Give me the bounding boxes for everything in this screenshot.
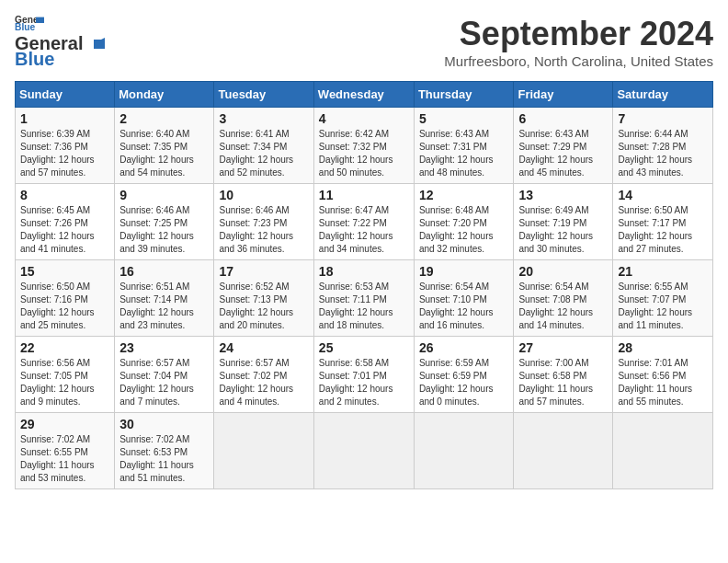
day-info: Sunrise: 7:01 AM Sunset: 6:56 PM Dayligh…: [618, 357, 708, 408]
day-info: Sunrise: 7:00 AM Sunset: 6:58 PM Dayligh…: [518, 357, 608, 408]
day-cell: 1Sunrise: 6:39 AM Sunset: 7:36 PM Daylig…: [16, 108, 115, 184]
day-info: Sunrise: 6:55 AM Sunset: 7:07 PM Dayligh…: [618, 281, 708, 332]
day-info: Sunrise: 6:59 AM Sunset: 6:59 PM Dayligh…: [419, 357, 509, 408]
day-cell: 20Sunrise: 6:54 AM Sunset: 7:08 PM Dayli…: [514, 260, 613, 337]
day-cell: 8Sunrise: 6:45 AM Sunset: 7:26 PM Daylig…: [16, 184, 115, 260]
col-header-thursday: Thursday: [414, 82, 514, 108]
col-header-wednesday: Wednesday: [313, 82, 414, 108]
day-number: 22: [20, 340, 109, 355]
day-info: Sunrise: 6:57 AM Sunset: 7:04 PM Dayligh…: [119, 357, 209, 408]
month-title: September 2024: [444, 15, 713, 53]
day-cell: 27Sunrise: 7:00 AM Sunset: 6:58 PM Dayli…: [514, 337, 613, 413]
day-number: 29: [20, 417, 109, 431]
day-number: 5: [419, 111, 509, 126]
day-info: Sunrise: 6:58 AM Sunset: 7:01 PM Dayligh…: [319, 357, 409, 408]
day-info: Sunrise: 6:40 AM Sunset: 7:35 PM Dayligh…: [119, 128, 209, 179]
day-cell: 9Sunrise: 6:46 AM Sunset: 7:25 PM Daylig…: [115, 184, 214, 260]
day-cell: 10Sunrise: 6:46 AM Sunset: 7:23 PM Dayli…: [214, 184, 313, 260]
day-cell: 25Sunrise: 6:58 AM Sunset: 7:01 PM Dayli…: [313, 337, 414, 413]
week-row-4: 22Sunrise: 6:56 AM Sunset: 7:05 PM Dayli…: [16, 337, 713, 413]
day-cell: 7Sunrise: 6:44 AM Sunset: 7:28 PM Daylig…: [613, 108, 713, 184]
day-info: Sunrise: 6:45 AM Sunset: 7:26 PM Dayligh…: [20, 204, 109, 256]
day-number: 26: [419, 340, 509, 355]
day-cell: 28Sunrise: 7:01 AM Sunset: 6:56 PM Dayli…: [613, 337, 713, 413]
day-number: 14: [618, 188, 708, 202]
day-cell: [313, 413, 414, 489]
week-row-1: 1Sunrise: 6:39 AM Sunset: 7:36 PM Daylig…: [16, 108, 713, 184]
day-cell: 12Sunrise: 6:48 AM Sunset: 7:20 PM Dayli…: [414, 184, 514, 260]
logo-blue: Blue: [15, 49, 54, 70]
calendar-body: 1Sunrise: 6:39 AM Sunset: 7:36 PM Daylig…: [16, 108, 713, 489]
day-number: 6: [518, 111, 608, 126]
day-cell: [613, 413, 713, 489]
svg-marker-1: [36, 17, 44, 23]
day-info: Sunrise: 6:46 AM Sunset: 7:25 PM Dayligh…: [119, 204, 209, 256]
day-number: 18: [319, 264, 409, 279]
day-info: Sunrise: 6:47 AM Sunset: 7:22 PM Dayligh…: [319, 204, 409, 256]
day-info: Sunrise: 6:51 AM Sunset: 7:14 PM Dayligh…: [119, 281, 209, 332]
svg-text:Blue: Blue: [15, 22, 35, 31]
calendar-table: SundayMondayTuesdayWednesdayThursdayFrid…: [15, 81, 713, 489]
day-number: 30: [119, 417, 209, 431]
day-cell: 3Sunrise: 6:41 AM Sunset: 7:34 PM Daylig…: [214, 108, 313, 184]
col-header-saturday: Saturday: [613, 82, 713, 108]
day-info: Sunrise: 6:42 AM Sunset: 7:32 PM Dayligh…: [319, 128, 409, 179]
day-cell: [214, 413, 313, 489]
day-cell: 26Sunrise: 6:59 AM Sunset: 6:59 PM Dayli…: [414, 337, 514, 413]
day-info: Sunrise: 6:50 AM Sunset: 7:16 PM Dayligh…: [20, 281, 109, 332]
day-cell: 19Sunrise: 6:54 AM Sunset: 7:10 PM Dayli…: [414, 260, 514, 337]
day-info: Sunrise: 6:39 AM Sunset: 7:36 PM Dayligh…: [20, 128, 109, 179]
day-cell: [414, 413, 514, 489]
day-number: 4: [319, 111, 409, 126]
day-number: 13: [518, 188, 608, 202]
day-cell: 15Sunrise: 6:50 AM Sunset: 7:16 PM Dayli…: [16, 260, 115, 337]
day-info: Sunrise: 6:53 AM Sunset: 7:11 PM Dayligh…: [319, 281, 409, 332]
day-cell: 4Sunrise: 6:42 AM Sunset: 7:32 PM Daylig…: [313, 108, 414, 184]
header: General Blue General Blue September 2024…: [15, 15, 713, 70]
day-number: 7: [618, 111, 708, 126]
day-info: Sunrise: 6:57 AM Sunset: 7:02 PM Dayligh…: [219, 357, 308, 408]
day-info: Sunrise: 7:02 AM Sunset: 6:53 PM Dayligh…: [119, 433, 209, 485]
day-cell: 23Sunrise: 6:57 AM Sunset: 7:04 PM Dayli…: [115, 337, 214, 413]
day-number: 15: [20, 264, 109, 279]
col-header-friday: Friday: [514, 82, 613, 108]
week-row-2: 8Sunrise: 6:45 AM Sunset: 7:26 PM Daylig…: [16, 184, 713, 260]
day-number: 2: [119, 111, 209, 126]
day-info: Sunrise: 6:41 AM Sunset: 7:34 PM Dayligh…: [219, 128, 308, 179]
day-number: 3: [219, 111, 308, 126]
day-cell: 21Sunrise: 6:55 AM Sunset: 7:07 PM Dayli…: [613, 260, 713, 337]
title-area: September 2024 Murfreesboro, North Carol…: [444, 15, 713, 69]
day-number: 28: [618, 340, 708, 355]
day-number: 8: [20, 188, 109, 202]
location: Murfreesboro, North Carolina, United Sta…: [444, 53, 713, 69]
day-cell: 2Sunrise: 6:40 AM Sunset: 7:35 PM Daylig…: [115, 108, 214, 184]
week-row-5: 29Sunrise: 7:02 AM Sunset: 6:55 PM Dayli…: [16, 413, 713, 489]
day-cell: 22Sunrise: 6:56 AM Sunset: 7:05 PM Dayli…: [16, 337, 115, 413]
day-info: Sunrise: 6:56 AM Sunset: 7:05 PM Dayligh…: [20, 357, 109, 408]
day-cell: 5Sunrise: 6:43 AM Sunset: 7:31 PM Daylig…: [414, 108, 514, 184]
day-cell: 11Sunrise: 6:47 AM Sunset: 7:22 PM Dayli…: [313, 184, 414, 260]
day-cell: 18Sunrise: 6:53 AM Sunset: 7:11 PM Dayli…: [313, 260, 414, 337]
day-info: Sunrise: 6:43 AM Sunset: 7:29 PM Dayligh…: [518, 128, 608, 179]
day-info: Sunrise: 6:52 AM Sunset: 7:13 PM Dayligh…: [219, 281, 308, 332]
day-cell: 16Sunrise: 6:51 AM Sunset: 7:14 PM Dayli…: [115, 260, 214, 337]
day-info: Sunrise: 6:43 AM Sunset: 7:31 PM Dayligh…: [419, 128, 509, 179]
day-number: 25: [319, 340, 409, 355]
day-number: 17: [219, 264, 308, 279]
day-cell: 30Sunrise: 7:02 AM Sunset: 6:53 PM Dayli…: [115, 413, 214, 489]
day-number: 11: [319, 188, 409, 202]
day-number: 21: [618, 264, 708, 279]
day-cell: 17Sunrise: 6:52 AM Sunset: 7:13 PM Dayli…: [214, 260, 313, 337]
day-info: Sunrise: 6:50 AM Sunset: 7:17 PM Dayligh…: [618, 204, 708, 256]
logo: General Blue General Blue: [15, 15, 107, 70]
day-number: 1: [20, 111, 109, 126]
day-info: Sunrise: 6:44 AM Sunset: 7:28 PM Dayligh…: [618, 128, 708, 179]
day-cell: [514, 413, 613, 489]
day-info: Sunrise: 6:46 AM Sunset: 7:23 PM Dayligh…: [219, 204, 308, 256]
day-number: 27: [518, 340, 608, 355]
logo-icon: General Blue: [15, 15, 44, 31]
day-cell: 24Sunrise: 6:57 AM Sunset: 7:02 PM Dayli…: [214, 337, 313, 413]
col-header-tuesday: Tuesday: [214, 82, 313, 108]
day-info: Sunrise: 6:49 AM Sunset: 7:19 PM Dayligh…: [518, 204, 608, 256]
calendar-header-row: SundayMondayTuesdayWednesdayThursdayFrid…: [16, 82, 713, 108]
